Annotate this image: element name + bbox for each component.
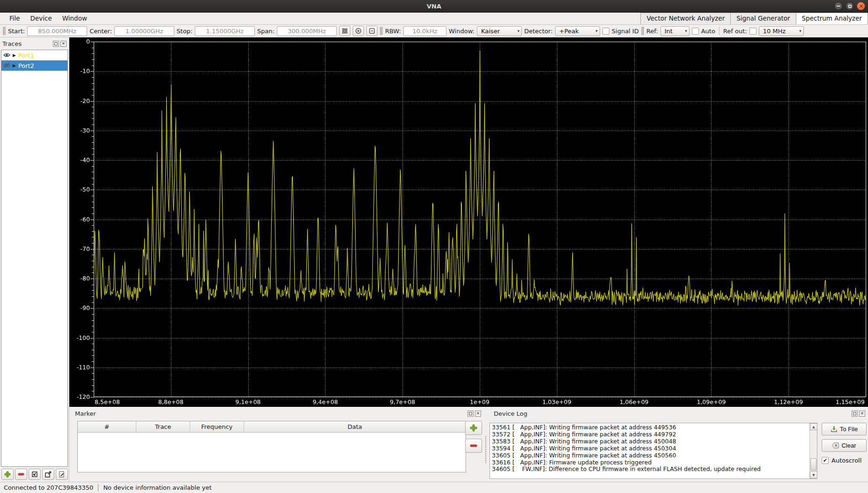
detector-select[interactable]: +Peak ▾ — [555, 26, 600, 36]
marker-column-num[interactable]: # — [78, 421, 136, 432]
autoscroll-checkbox[interactable]: ✔ — [822, 457, 829, 464]
visibility-toggle[interactable] — [3, 62, 10, 69]
maximize-button[interactable] — [846, 2, 854, 10]
ref-out-select-value: 10 MHz — [763, 28, 786, 35]
scrollbar-thumb[interactable] — [810, 458, 816, 471]
marker-panel: Marker ✕ #TraceFrequencyData — [69, 407, 486, 482]
x-tick-label: 1e+09 — [470, 398, 490, 405]
log-scrollbar[interactable]: ▲ ▼ — [809, 423, 817, 478]
device-log-title: Device Log — [494, 410, 527, 417]
trace-row-port2[interactable]: ▶Port2 — [1, 60, 67, 71]
window-title: VNA — [0, 0, 868, 13]
zoom-out-icon — [369, 28, 375, 34]
window-select[interactable]: Kaiser ▾ — [477, 26, 522, 36]
window-controls: ✕ — [834, 2, 865, 10]
ref-select[interactable]: Int ▾ — [660, 26, 690, 36]
marker-close-button[interactable]: ✕ — [475, 411, 481, 417]
remove-marker-button[interactable] — [465, 439, 482, 453]
clear-backspace-icon — [832, 442, 839, 449]
tab-vector-network-analyzer[interactable]: Vector Network Analyzer — [640, 13, 731, 24]
x-tick-label: 9,4e+08 — [312, 398, 338, 405]
spectrum-plot[interactable] — [69, 37, 868, 407]
ref-out-select[interactable]: 10 MHz ▾ — [759, 26, 804, 36]
ref-select-value: Int — [665, 28, 673, 35]
mode-tabs: Vector Network AnalyzerSignal GeneratorS… — [640, 13, 868, 24]
detector-label: Detector: — [524, 28, 553, 35]
add-trace-button[interactable] — [1, 469, 14, 480]
grid-icon — [341, 28, 348, 34]
trace-toolbar — [1, 469, 68, 480]
full-span-button[interactable] — [339, 26, 350, 36]
y-tick-label: -120 — [69, 394, 90, 400]
trace-name: Port2 — [18, 62, 34, 69]
menu-device[interactable]: Device — [26, 13, 57, 24]
y-tick-label: -20 — [69, 98, 90, 104]
y-tick-label: -90 — [69, 305, 90, 311]
minus-icon — [469, 441, 478, 450]
titlebar[interactable]: VNA ✕ — [0, 0, 868, 13]
maximize-icon — [848, 5, 852, 8]
zoom-out-button[interactable] — [366, 26, 378, 36]
y-tick-label: -100 — [69, 335, 90, 341]
x-tick-label: 1,06e+09 — [620, 398, 649, 405]
ref-label: Ref: — [646, 28, 658, 35]
chevron-down-icon: ▾ — [517, 29, 519, 33]
signal-id-checkbox[interactable] — [602, 28, 609, 35]
scroll-down-icon[interactable]: ▼ — [810, 471, 817, 478]
traces-panel-title: Traces — [2, 40, 22, 47]
y-tick-label: -10 — [69, 68, 90, 74]
menus: FileDeviceWindow — [0, 13, 92, 24]
ref-auto-checkbox[interactable] — [692, 28, 699, 35]
visibility-toggle[interactable] — [3, 52, 10, 59]
span-field[interactable]: 300.000MHz — [277, 26, 337, 36]
traces-close-button[interactable]: ✕ — [60, 41, 67, 47]
log-to-file-button[interactable]: To File — [822, 423, 867, 435]
marker-column-data[interactable]: Data — [244, 421, 466, 432]
tab-signal-generator[interactable]: Signal Generator — [731, 13, 796, 24]
minimize-button[interactable] — [834, 2, 843, 10]
x-tick-label: 1,15e+09 — [836, 398, 865, 405]
y-tick-label: -40 — [69, 157, 90, 163]
trace-row-port1[interactable]: ▶Port1 — [1, 50, 67, 60]
edit-trace-button[interactable] — [56, 469, 68, 480]
plus-icon — [469, 424, 478, 432]
log-clear-button[interactable]: Clear — [822, 439, 867, 452]
y-tick-label: -110 — [69, 364, 90, 371]
marker-column-trace[interactable]: Trace — [136, 421, 190, 432]
device-log-header: Device Log ✕ — [487, 407, 868, 419]
menu-window[interactable]: Window — [58, 13, 92, 24]
device-log-close-button[interactable]: ✕ — [859, 411, 865, 417]
log-entry: 33583 [ App,INF]: Writing firmware packe… — [492, 438, 809, 445]
export-trace-button[interactable] — [42, 469, 54, 480]
zoom-in-button[interactable] — [353, 26, 364, 36]
expander-icon[interactable]: ▶ — [13, 53, 16, 58]
marker-column-frequency[interactable]: Frequency — [190, 421, 244, 432]
stop-field[interactable]: 1.15000GHz — [195, 26, 255, 36]
toolbar-grip[interactable] — [380, 27, 383, 35]
device-log-float-button[interactable] — [852, 411, 858, 417]
toolbar-grip[interactable] — [3, 27, 6, 35]
remove-trace-button[interactable] — [15, 469, 27, 480]
x-tick-label: 1,03e+09 — [542, 398, 571, 405]
traces-panel: Traces ✕ ▶Port1▶Port2 — [0, 37, 69, 482]
close-button[interactable]: ✕ — [857, 2, 865, 10]
center-label: Center: — [89, 28, 112, 35]
import-trace-button[interactable] — [29, 469, 41, 480]
start-field[interactable]: 850.000MHz — [27, 26, 87, 36]
chevron-down-icon: ▾ — [685, 29, 687, 33]
expander-icon[interactable]: ▶ — [13, 63, 16, 68]
traces-float-button[interactable] — [53, 41, 59, 47]
signal-id-label: Signal ID — [612, 28, 639, 35]
toolbar-grip[interactable] — [641, 27, 644, 35]
rbw-field[interactable]: 10.0kHz — [403, 26, 446, 36]
toolbar-separator — [719, 27, 720, 35]
edit-icon — [58, 471, 66, 478]
scroll-up-icon[interactable]: ▲ — [810, 423, 817, 430]
add-marker-button[interactable] — [465, 421, 482, 435]
ref-out-checkbox[interactable] — [749, 28, 757, 35]
trace-name: Port1 — [18, 52, 34, 59]
tab-spectrum-analyzer[interactable]: Spectrum Analyzer — [796, 13, 868, 24]
center-field[interactable]: 1.00000GHz — [114, 26, 174, 36]
marker-float-button[interactable] — [467, 411, 474, 417]
menu-file[interactable]: File — [5, 13, 25, 24]
